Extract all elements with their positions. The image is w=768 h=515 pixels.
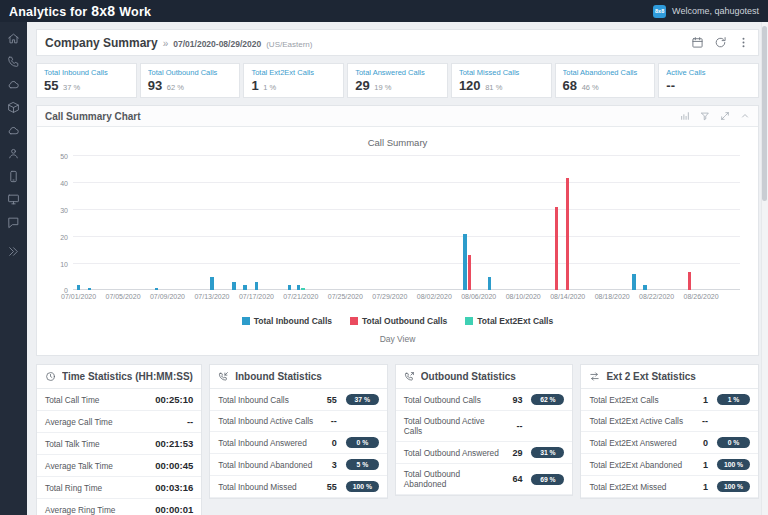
day-view-selector[interactable]: Day View <box>37 334 758 344</box>
bar-group <box>606 156 617 290</box>
bar <box>632 274 636 290</box>
stat-label: Average Ring Time <box>45 505 155 515</box>
filter-button[interactable] <box>700 111 710 121</box>
bar-group <box>295 156 306 290</box>
stat-row: Total Inbound Active Calls-- <box>210 411 387 432</box>
legend-label: Total Outbound Calls <box>362 316 447 326</box>
stat-label: Total Talk Time <box>45 439 155 449</box>
app-title-suffix: Work <box>119 5 151 19</box>
stat-row: Total Ext2Ext Answered00 % <box>581 432 758 454</box>
stat-label: Total Ext2Ext Calls <box>589 395 692 405</box>
stat-value: -- <box>506 421 522 431</box>
card-percent: 46 % <box>582 83 599 92</box>
welcome-text: Welcome, qahugotest <box>672 6 759 16</box>
bar <box>288 285 292 290</box>
stat-row: Total Outbound Abandoned6469 % <box>396 464 573 495</box>
bar-group <box>495 156 506 290</box>
sidebar-item-package[interactable] <box>0 96 27 119</box>
stat-row: Total Inbound Missed55100 % <box>210 476 387 498</box>
breadcrumb-actions <box>691 36 750 49</box>
fullscreen-button[interactable] <box>720 111 730 121</box>
stat-label: Total Outbound Active Calls <box>404 416 507 436</box>
panel-header: Time Statistics (HH:MM:SS) <box>37 365 201 389</box>
summary-card: Total Abandoned Calls68 46 % <box>555 63 656 98</box>
card-value: 29 19 % <box>355 79 440 93</box>
sidebar-item-chat[interactable] <box>0 211 27 234</box>
card-value: 68 46 % <box>563 79 648 93</box>
stat-label: Total Ring Time <box>45 483 155 493</box>
stat-label: Total Ext2Ext Active Calls <box>589 416 692 426</box>
sidebar-item-mobile[interactable] <box>0 165 27 188</box>
vertical-scrollbar[interactable] <box>761 22 768 515</box>
sidebar-item-home[interactable] <box>0 27 27 50</box>
bar-group <box>528 156 539 290</box>
x-axis-tick: 07/09/2020 <box>150 293 185 300</box>
card-value: 120 81 % <box>459 79 544 93</box>
sidebar-item-user[interactable] <box>0 142 27 165</box>
bar-group <box>406 156 417 290</box>
date-range-text[interactable]: 07/01/2020-08/29/2020 <box>173 39 261 49</box>
y-axis-tick: 10 <box>51 260 68 267</box>
y-axis-tick: 50 <box>51 153 68 160</box>
sidebar-item-cloud[interactable] <box>0 119 27 142</box>
bar-group <box>662 156 673 290</box>
percent-badge: 0 % <box>346 437 379 448</box>
scrollbar-thumb[interactable] <box>762 26 767 201</box>
sidebar-item-desktop[interactable] <box>0 188 27 211</box>
user-menu[interactable]: 8x8 Welcome, qahugotest <box>653 5 759 18</box>
breadcrumb-separator: » <box>163 38 169 49</box>
breadcrumb: Company Summary » 07/01/2020-08/29/2020 … <box>45 36 312 50</box>
collapse-button[interactable] <box>740 111 750 121</box>
summary-card: Total Ext2Ext Calls1 1 % <box>243 63 344 98</box>
bar-group <box>362 156 373 290</box>
app-title: Analytics for 8x8 Work <box>9 3 151 19</box>
bar-group <box>162 156 173 290</box>
x-axis-tick: 07/17/2020 <box>239 293 274 300</box>
date-picker-button[interactable] <box>691 36 704 49</box>
chart-area: 01020304050 <box>51 156 744 290</box>
stat-label: Total Ext2Ext Answered <box>589 438 692 448</box>
stat-label: Total Inbound Missed <box>218 482 321 492</box>
bar-group <box>562 156 573 290</box>
x-axis-tick: 07/21/2020 <box>283 293 318 300</box>
stat-value: 00:03:16 <box>155 482 193 493</box>
refresh-button[interactable] <box>714 36 727 49</box>
breadcrumb-bar: Company Summary » 07/01/2020-08/29/2020 … <box>36 29 759 56</box>
stat-row: Average Talk Time00:00:45 <box>37 455 201 477</box>
bar <box>210 277 214 290</box>
bar-group <box>462 156 473 290</box>
bar-group <box>640 156 651 290</box>
x-axis-tick: 08/22/2020 <box>639 293 674 300</box>
legend-item[interactable]: Total Outbound Calls <box>350 316 447 326</box>
chart-icon <box>680 111 690 121</box>
summary-card: Total Outbound Calls93 62 % <box>140 63 241 98</box>
more-menu-button[interactable] <box>737 36 750 49</box>
bar-group <box>151 156 162 290</box>
sidebar-item-cloud[interactable] <box>0 73 27 96</box>
y-axis-tick: 30 <box>51 206 68 213</box>
sidebar-item-chevrons-right[interactable] <box>0 240 27 263</box>
bar-group <box>728 156 739 290</box>
stat-row: Total Outbound Active Calls-- <box>396 411 573 442</box>
chart-type-button[interactable] <box>680 111 690 121</box>
swap-icon <box>589 371 600 382</box>
bar <box>463 234 467 290</box>
app-title-prefix: Analytics for <box>9 5 87 19</box>
stat-value: 55 <box>321 482 337 492</box>
legend-item[interactable]: Total Inbound Calls <box>242 316 332 326</box>
legend-item[interactable]: Total Ext2Ext Calls <box>465 316 553 326</box>
bar <box>566 178 570 291</box>
percent-badge: 5 % <box>346 459 379 470</box>
bar-group <box>551 156 562 290</box>
bar-group <box>84 156 95 290</box>
percent-badge: 100 % <box>717 459 750 470</box>
calendar-icon <box>691 36 704 49</box>
bar-group <box>540 156 551 290</box>
ext2ext-statistics-panel: Ext 2 Ext StatisticsTotal Ext2Ext Calls1… <box>580 364 759 499</box>
bar-group <box>184 156 195 290</box>
filter-icon <box>700 111 710 121</box>
bar-group <box>517 156 528 290</box>
chart-legend: Total Inbound CallsTotal Outbound CallsT… <box>37 316 758 326</box>
sidebar-item-phone[interactable] <box>0 50 27 73</box>
x-axis-tick: 07/13/2020 <box>194 293 229 300</box>
